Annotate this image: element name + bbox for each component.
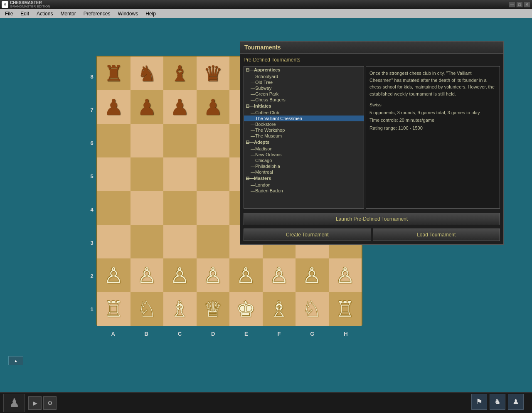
scroll-up-button[interactable]: ▲ — [8, 356, 23, 365]
cell-d3[interactable] — [197, 225, 230, 258]
cell-g1[interactable]: ♘ — [296, 292, 329, 326]
tree-chess-burgers[interactable]: —Chess Burgers — [244, 97, 364, 103]
file-e: E — [244, 331, 248, 337]
close-button[interactable]: ✕ — [524, 2, 530, 7]
cell-d8[interactable]: ♛ — [197, 57, 230, 90]
menu-bar: File Edit Actions Mentor Preferences Win… — [0, 9, 532, 18]
cell-c7[interactable]: ♟ — [163, 90, 197, 124]
tournament-title: Tournaments — [244, 44, 281, 51]
cell-b8[interactable]: ♞ — [131, 57, 164, 90]
cell-b1[interactable]: ♘ — [131, 292, 164, 326]
cell-f1[interactable]: ♗ — [263, 292, 296, 326]
cell-a8[interactable]: ♜ — [97, 57, 131, 90]
cell-d2[interactable]: ♙ — [197, 258, 230, 292]
create-tournament-button[interactable]: Create Tournament — [244, 229, 371, 241]
tree-valiant-chessmen[interactable]: —The Valliant Chessmen — [244, 116, 364, 121]
cell-d1[interactable]: ♕ — [197, 292, 230, 326]
tree-green-park[interactable]: —Green Park — [244, 91, 364, 97]
right-icons: ⚑ ♞ ♟ — [471, 394, 524, 410]
file-b: B — [145, 331, 148, 337]
menu-file[interactable]: File — [2, 10, 16, 17]
menu-mentor[interactable]: Mentor — [57, 10, 79, 17]
cell-a1[interactable]: ♖ — [97, 292, 131, 326]
cell-b5[interactable] — [131, 157, 164, 191]
rank-5: 5 — [90, 173, 93, 179]
cell-b6[interactable] — [131, 124, 164, 157]
icon-button-1[interactable]: ⚑ — [471, 394, 487, 410]
menu-preferences[interactable]: Preferences — [80, 10, 114, 17]
tree-baden-baden[interactable]: —Baden Baden — [244, 188, 364, 194]
menu-actions[interactable]: Actions — [33, 10, 56, 17]
cell-h2[interactable]: ♙ — [329, 258, 362, 292]
cell-c4[interactable] — [163, 191, 197, 225]
cell-d4[interactable] — [197, 191, 230, 225]
minimize-button[interactable]: — — [509, 2, 515, 7]
tree-initiates[interactable]: ⊟—Initiates — [244, 103, 364, 110]
menu-edit[interactable]: Edit — [17, 10, 32, 17]
cell-c2[interactable]: ♙ — [163, 258, 197, 292]
cell-a6[interactable] — [97, 124, 131, 157]
cell-h1[interactable]: ♖ — [329, 292, 362, 326]
cell-b3[interactable] — [131, 225, 164, 258]
board-row-2: ♙ ♙ ♙ ♙ ♙ ♙ ♙ ♙ — [97, 258, 362, 292]
info-time-controls: Time controls: 20 minutes/game — [369, 117, 496, 124]
cell-a3[interactable] — [97, 225, 131, 258]
tree-chicago[interactable]: —Chicago — [244, 157, 364, 163]
cell-c3[interactable] — [163, 225, 197, 258]
rank-4: 4 — [90, 206, 93, 213]
tree-old-tree[interactable]: —Old Tree — [244, 79, 364, 85]
icon-button-2[interactable]: ♞ — [490, 394, 505, 410]
tree-subway[interactable]: —Subway — [244, 85, 364, 91]
file-c: C — [178, 331, 182, 337]
tree-schoolyard[interactable]: —Schoolyard — [244, 74, 364, 79]
rank-8: 8 — [90, 74, 93, 80]
maximize-button[interactable]: □ — [516, 2, 523, 7]
tree-london[interactable]: —London — [244, 182, 364, 188]
cell-e2[interactable]: ♙ — [229, 258, 263, 292]
file-f: F — [278, 331, 281, 337]
tree-workshop[interactable]: —The Workshop — [244, 127, 364, 133]
cell-b7[interactable]: ♟ — [131, 90, 164, 124]
icon-button-3[interactable]: ♟ — [508, 394, 524, 410]
play-button[interactable]: ▶ — [28, 396, 42, 410]
tree-apprentices[interactable]: ⊟—Apprentices — [244, 66, 364, 74]
launch-tournament-button[interactable]: Launch Pre-Defined Tournament — [244, 213, 500, 225]
action-button[interactable]: ⚙ — [43, 396, 57, 410]
cell-b4[interactable] — [131, 191, 164, 225]
cell-d6[interactable] — [197, 124, 230, 157]
tree-masters[interactable]: ⊟—Masters — [244, 175, 364, 182]
load-tournament-button[interactable]: Load Tournament — [373, 229, 500, 241]
status-bar: ♟ ▶ ⚙ ⚑ ♞ ♟ — [0, 392, 532, 413]
tree-philadelphia[interactable]: —Philadelphia — [244, 163, 364, 169]
info-panel: Once the strongest chess club in city, "… — [366, 66, 500, 209]
tree-new-orleans[interactable]: —New Orleans — [244, 152, 364, 157]
cell-a4[interactable] — [97, 191, 131, 225]
tree-panel[interactable]: ⊟—Apprentices —Schoolyard —Old Tree —Sub… — [244, 66, 364, 209]
logo-icon: ♔ — [2, 1, 8, 8]
tree-museum[interactable]: —The Museum — [244, 133, 364, 139]
info-format: Swiss — [369, 101, 496, 108]
cell-a5[interactable] — [97, 157, 131, 191]
cell-e1[interactable]: ♚ — [229, 292, 263, 326]
cell-c5[interactable] — [163, 157, 197, 191]
cell-c6[interactable] — [163, 124, 197, 157]
menu-windows[interactable]: Windows — [114, 10, 141, 17]
cell-f2[interactable]: ♙ — [263, 258, 296, 292]
tree-bookstore[interactable]: —Bookstore — [244, 121, 364, 127]
menu-help[interactable]: Help — [142, 10, 159, 17]
cell-a7[interactable]: ♟ — [97, 90, 131, 124]
cell-a2[interactable]: ♙ — [97, 258, 131, 292]
cell-g2[interactable]: ♙ — [296, 258, 329, 292]
cell-c1[interactable]: ♗ — [163, 292, 197, 326]
tree-montreal[interactable]: —Montreal — [244, 169, 364, 175]
board-labels-bottom: A B C D E F G H — [96, 329, 362, 338]
rank-1: 1 — [90, 306, 93, 312]
cell-c8[interactable]: ♝ — [163, 57, 197, 90]
tree-adepts[interactable]: ⊟—Adepts — [244, 139, 364, 146]
cell-d7[interactable]: ♟ — [197, 90, 230, 124]
cell-b2[interactable]: ♙ — [131, 258, 164, 292]
tree-madison[interactable]: —Madison — [244, 146, 364, 152]
cell-d5[interactable] — [197, 157, 230, 191]
board-labels-left: 8 7 6 5 4 3 2 1 — [87, 60, 96, 326]
tree-coffee-club[interactable]: —Coffee Club — [244, 110, 364, 116]
